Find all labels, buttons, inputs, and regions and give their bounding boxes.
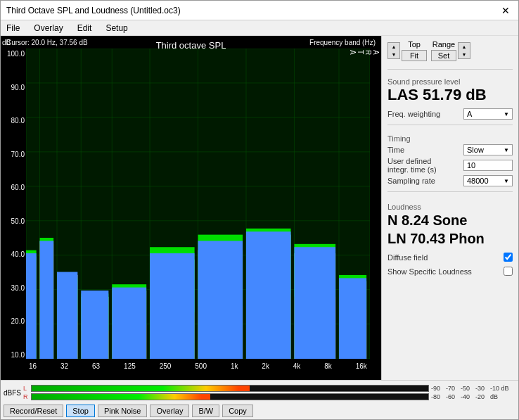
x-label-16: 16 bbox=[29, 362, 37, 370]
menu-overlay[interactable]: Overlay bbox=[31, 23, 65, 34]
show-specific-checkbox[interactable] bbox=[504, 267, 513, 276]
chart-svg bbox=[26, 49, 370, 359]
sampling-rate-label: Sampling rate bbox=[387, 177, 435, 185]
range-label: Range bbox=[432, 40, 455, 49]
y-label-40: 40.0 bbox=[2, 250, 25, 258]
r-meter-row: R -80 -60 -40 -20 dB bbox=[23, 393, 515, 400]
diffuse-field-checkbox[interactable] bbox=[504, 253, 513, 262]
menu-file[interactable]: File bbox=[4, 23, 23, 34]
svg-rect-58 bbox=[198, 241, 243, 359]
show-specific-label: Show Specific Loudness bbox=[387, 267, 472, 276]
range-nav-btn[interactable]: ▲ ▼ bbox=[458, 42, 470, 59]
x-label-4k: 4k bbox=[293, 362, 301, 370]
menu-bar: File Overlay Edit Setup bbox=[1, 20, 518, 36]
ln-value-text: LN 70.43 Phon bbox=[387, 231, 485, 246]
svg-rect-59 bbox=[246, 231, 291, 359]
time-arrow: ▼ bbox=[504, 147, 509, 153]
top-down-btn[interactable]: ▼ bbox=[388, 51, 399, 58]
menu-setup[interactable]: Setup bbox=[103, 23, 130, 34]
sampling-rate-row: Sampling rate 48000 ▼ bbox=[387, 175, 513, 186]
r-meter-track bbox=[31, 393, 429, 400]
time-dropdown[interactable]: Slow ▼ bbox=[463, 144, 513, 155]
l-meter-fill bbox=[32, 386, 250, 391]
y-label-30: 30.0 bbox=[2, 284, 25, 292]
copy-button[interactable]: Copy bbox=[222, 405, 253, 417]
y-label-50: 50.0 bbox=[2, 217, 25, 225]
y-label-60: 60.0 bbox=[2, 184, 25, 191]
level-meters: dBFS L -90 -70 -50 -30 -10 dB bbox=[1, 381, 518, 403]
main-window: Third Octave SPL and Loudness (Untitled.… bbox=[0, 0, 519, 420]
chart-plot bbox=[26, 49, 370, 359]
time-label: Time bbox=[387, 146, 404, 154]
pink-noise-button[interactable]: Pink Noise bbox=[98, 405, 148, 417]
x-label-1k: 1k bbox=[231, 362, 238, 370]
y-label-100: 100.0 bbox=[2, 50, 25, 58]
timing-label: Timing bbox=[387, 134, 513, 143]
top-nav-btn[interactable]: ▲ ▼ bbox=[387, 42, 400, 59]
loudness-n-value: N 8.24 Sone LN 70.43 Phon bbox=[387, 211, 513, 248]
menu-edit[interactable]: Edit bbox=[75, 23, 95, 34]
range-labeled: Range Set bbox=[431, 40, 456, 61]
l-meter-track bbox=[31, 385, 429, 392]
sampling-rate-dropdown[interactable]: 48000 ▼ bbox=[463, 175, 513, 186]
spl-value: LAS 51.79 dB bbox=[387, 86, 513, 104]
sampling-rate-arrow: ▼ bbox=[504, 178, 509, 184]
dbfs-label: dBFS bbox=[4, 389, 23, 397]
x-label-8k: 8k bbox=[324, 362, 332, 370]
diffuse-field-row: Diffuse field bbox=[387, 253, 513, 262]
spl-section: Sound pressure level LAS 51.79 dB bbox=[387, 75, 513, 104]
x-label-250: 250 bbox=[160, 362, 172, 370]
x-label-125: 125 bbox=[124, 362, 136, 370]
l-tick-labels: -90 -70 -50 -30 -10 dB bbox=[431, 385, 515, 392]
divider-3 bbox=[387, 191, 513, 192]
show-specific-row: Show Specific Loudness bbox=[387, 267, 513, 276]
freq-weighting-label: Freq. weighting bbox=[387, 110, 440, 118]
r-meter-fill bbox=[32, 394, 210, 400]
user-defined-input[interactable] bbox=[463, 160, 513, 171]
range-control-group: Range Set ▲ ▼ bbox=[431, 40, 470, 61]
top-up-btn[interactable]: ▲ bbox=[388, 43, 399, 51]
overlay-button[interactable]: Overlay bbox=[150, 405, 189, 417]
chart-title: Third octave SPL bbox=[1, 37, 381, 53]
loudness-section: Loudness N 8.24 Sone LN 70.43 Phon bbox=[387, 200, 513, 248]
time-row: Time Slow ▼ bbox=[387, 144, 513, 155]
y-label-70: 70.0 bbox=[2, 151, 25, 158]
freq-weighting-dropdown[interactable]: A ▼ bbox=[463, 108, 513, 120]
close-button[interactable]: ✕ bbox=[499, 4, 513, 18]
svg-rect-60 bbox=[294, 247, 335, 359]
divider-1 bbox=[387, 69, 513, 70]
spl-section-label: Sound pressure level bbox=[387, 77, 513, 86]
x-label-500: 500 bbox=[195, 362, 207, 370]
x-label-32: 32 bbox=[60, 362, 68, 370]
stop-button[interactable]: Stop bbox=[66, 405, 95, 417]
arta-label: ARTA bbox=[349, 50, 380, 56]
svg-rect-57 bbox=[150, 253, 195, 359]
fit-button[interactable]: Fit bbox=[402, 50, 427, 61]
set-button[interactable]: Set bbox=[431, 50, 456, 61]
loudness-section-label: Loudness bbox=[387, 203, 513, 211]
time-value: Slow bbox=[467, 146, 484, 154]
x-label-16k: 16k bbox=[356, 362, 367, 370]
x-label-2k: 2k bbox=[262, 362, 269, 370]
top-label: Top bbox=[408, 40, 421, 49]
l-channel-label: L bbox=[23, 385, 29, 392]
svg-rect-56 bbox=[112, 288, 146, 359]
bw-button[interactable]: B/W bbox=[192, 405, 219, 417]
freq-weighting-value: A bbox=[467, 110, 472, 118]
svg-rect-53 bbox=[40, 241, 54, 359]
right-panel: ▲ ▼ Top Fit Range Set ▲ ▼ bbox=[381, 36, 518, 380]
top-control-group: ▲ ▼ Top Fit bbox=[387, 40, 427, 61]
l-meter-row: L -90 -70 -50 -30 -10 dB bbox=[23, 385, 515, 392]
x-label-63: 63 bbox=[92, 362, 100, 370]
main-content: dB Third octave SPL ARTA 100.0 90.0 80.0… bbox=[1, 36, 518, 380]
range-down-btn[interactable]: ▼ bbox=[459, 51, 470, 58]
y-label-20: 20.0 bbox=[2, 317, 25, 325]
sampling-rate-value: 48000 bbox=[467, 177, 489, 185]
freq-weighting-row: Freq. weighting A ▼ bbox=[387, 108, 513, 120]
range-up-btn[interactable]: ▲ bbox=[459, 43, 470, 51]
y-label-10: 10.0 bbox=[2, 351, 25, 359]
n-value-text: N 8.24 Sone bbox=[387, 212, 467, 228]
freq-weighting-arrow: ▼ bbox=[504, 111, 509, 117]
record-reset-button[interactable]: Record/Reset bbox=[4, 405, 63, 417]
user-defined-label: User defined integr. time (s) bbox=[387, 157, 454, 174]
